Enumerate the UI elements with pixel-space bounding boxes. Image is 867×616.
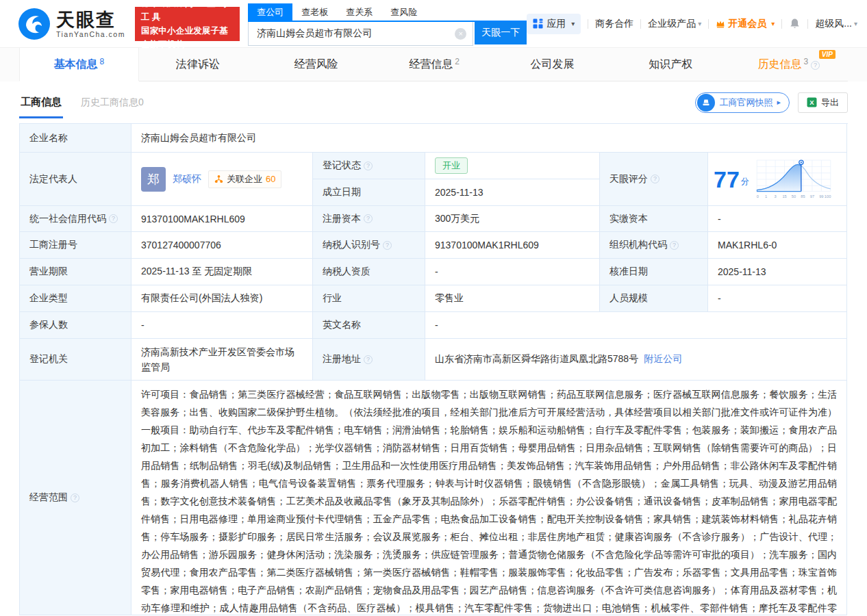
reg-status-cell: 开业 xyxy=(425,153,600,179)
help-icon: ? xyxy=(364,162,373,170)
score-cell: 77 分 xyxy=(708,153,847,206)
slogan-line1: 都在用的商业查询工具 xyxy=(141,0,234,24)
taxpayer-id-value: 91370100MAK1RHL609 xyxy=(425,232,600,259)
score-label: 天眼评分? xyxy=(600,153,708,206)
address-label: 注册地址? xyxy=(313,339,425,381)
svg-text:X: X xyxy=(809,99,814,106)
official-snapshot-button[interactable]: 工商官网快照 ▸ xyxy=(695,92,790,113)
reg-number-label: 工商注册号 xyxy=(20,232,131,259)
nav-cooperation[interactable]: 商务合作 xyxy=(595,18,633,30)
svg-text:3: 3 xyxy=(774,194,776,198)
svg-text:100: 100 xyxy=(825,194,831,198)
org-code-value: MAK1RHL6-0 xyxy=(708,232,847,259)
tab-label: 法律诉讼 xyxy=(176,58,220,70)
industry-label: 行业 xyxy=(313,285,425,312)
tab-intellectual-property[interactable]: 知识产权 xyxy=(612,48,730,81)
business-registration-table: 企业名称 济南山姆会员超市有限公司 法定代表人 郑 郑硕怀 关联企业 60 登记… xyxy=(19,123,848,615)
help-icon: ? xyxy=(670,241,679,250)
nearby-companies-link[interactable]: 附近公司 xyxy=(644,353,682,365)
search-input[interactable] xyxy=(249,22,473,45)
search-tab-boss[interactable]: 查老板 xyxy=(292,3,337,21)
reg-authority-value: 济南高新技术产业开发区管委会市场监管局 xyxy=(131,339,313,381)
svg-text:0: 0 xyxy=(757,194,759,198)
subtab-business-registration[interactable]: 工商信息 xyxy=(19,86,63,118)
svg-text:50: 50 xyxy=(792,194,796,198)
header-nav: 应用 ▾ 商务合作 企业级产品 ▾ 开通会员 ▾ 超级风... xyxy=(527,14,857,34)
help-icon: ? xyxy=(364,214,373,223)
svg-text:99: 99 xyxy=(819,194,823,198)
subtab-history-registration[interactable]: 历史工商信息0 xyxy=(81,97,144,109)
legal-rep-cell: 郑 郑硕怀 关联企业 60 xyxy=(131,153,313,206)
crown-icon xyxy=(716,19,725,28)
super-risk-label: 超级风... xyxy=(815,18,852,30)
org-network-icon xyxy=(214,175,223,183)
english-name-label: 英文名称 xyxy=(313,312,425,339)
search-button[interactable]: 天眼一下 xyxy=(475,22,527,44)
business-term-label: 营业期限 xyxy=(20,259,131,285)
header: 天眼查 TianYanCha.com 都在用的商业查询工具 国家中小企业发展子基… xyxy=(0,0,867,48)
score-unit: 分 xyxy=(741,176,749,188)
apps-menu-button[interactable]: 应用 ▾ xyxy=(527,14,581,34)
establish-date-value: 2025-11-13 xyxy=(425,179,600,206)
export-button[interactable]: X 导出 xyxy=(798,92,848,113)
logo-subtitle: TianYanCha.com xyxy=(56,30,125,38)
search-tab-risk[interactable]: 查风险 xyxy=(381,3,426,21)
arrow-right-icon: ▸ xyxy=(777,98,781,107)
tab-legal-litigation[interactable]: 法律诉讼 xyxy=(139,48,257,81)
help-icon: ? xyxy=(71,493,79,502)
credit-code-label: 统一社会信用代码? xyxy=(20,206,131,232)
tab-history-info[interactable]: 历史信息3? VIP xyxy=(729,48,848,81)
status-badge: 开业 xyxy=(435,157,468,174)
tab-label: 经营风险 xyxy=(294,58,338,70)
tab-label: 知识产权 xyxy=(649,58,692,70)
svg-text:15: 15 xyxy=(782,194,786,198)
tab-business-info[interactable]: 经营信息2 xyxy=(375,48,494,81)
enterprise-label: 企业级产品 xyxy=(648,18,696,30)
snapshot-label: 工商官网快照 xyxy=(719,97,772,109)
nav-enterprise-products[interactable]: 企业级产品 ▾ xyxy=(648,18,701,30)
stamp-icon xyxy=(697,94,715,112)
tab-label: 历史信息 xyxy=(757,58,801,70)
reg-authority-label: 登记机关 xyxy=(20,339,131,381)
nav-open-vip[interactable]: 开通会员 ▾ xyxy=(716,18,775,30)
related-label: 关联企业 xyxy=(227,173,262,185)
notification-bell-icon[interactable] xyxy=(789,18,801,29)
app-grid-icon xyxy=(533,18,543,29)
tianyancha-logo[interactable]: 天眼查 TianYanCha.com xyxy=(18,8,125,40)
address-cell: 山东省济南市高新区舜华路街道凤凰北路5788号 附近公司 xyxy=(425,339,847,381)
tab-label: 公司发展 xyxy=(531,58,575,70)
tab-basic-info[interactable]: 基本信息8 xyxy=(19,48,139,81)
company-section-tabs: 基本信息8 法律诉讼 经营风险 经营信息2 公司发展 知识产权 历史信息3? V… xyxy=(0,48,867,81)
divider xyxy=(781,19,782,29)
staff-size-label: 人员规模 xyxy=(600,285,708,312)
search-input-wrap: × xyxy=(248,22,473,46)
logo-swirl-icon xyxy=(18,8,51,40)
legal-rep-name-link[interactable]: 郑硕怀 xyxy=(173,173,201,185)
divider xyxy=(640,19,641,29)
caret-down-icon: ▾ xyxy=(698,20,701,27)
divider xyxy=(807,19,808,29)
slogan-line2: 国家中小企业发展子基金旗下机构 xyxy=(141,24,234,51)
org-code-label: 组织机构代码? xyxy=(600,232,708,259)
legal-rep-label: 法定代表人 xyxy=(20,153,131,206)
tab-company-development[interactable]: 公司发展 xyxy=(493,48,612,81)
excel-icon: X xyxy=(807,97,817,107)
legal-rep-avatar: 郑 xyxy=(141,167,166,192)
svg-text:1: 1 xyxy=(765,194,767,198)
vip-badge: VIP xyxy=(819,50,835,59)
search-tab-company[interactable]: 查公司 xyxy=(248,3,292,21)
tab-count: 8 xyxy=(99,57,104,66)
clear-search-icon[interactable]: × xyxy=(455,28,466,40)
search-block: 查公司 查老板 查关系 查风险 × 天眼一下 xyxy=(248,3,527,44)
related-companies-badge[interactable]: 关联企业 60 xyxy=(208,170,281,188)
tab-operational-risk[interactable]: 经营风险 xyxy=(257,48,375,81)
help-icon: ? xyxy=(811,61,820,70)
paid-capital-value: - xyxy=(708,206,847,232)
search-tab-relation[interactable]: 查关系 xyxy=(337,3,381,21)
score-value: 77 xyxy=(714,168,740,191)
divider xyxy=(708,19,709,29)
apps-label: 应用 xyxy=(546,18,566,30)
caret-down-icon: ▾ xyxy=(571,20,575,27)
nav-super-risk[interactable]: 超级风... ▾ xyxy=(815,18,857,30)
english-name-value: - xyxy=(425,312,847,339)
